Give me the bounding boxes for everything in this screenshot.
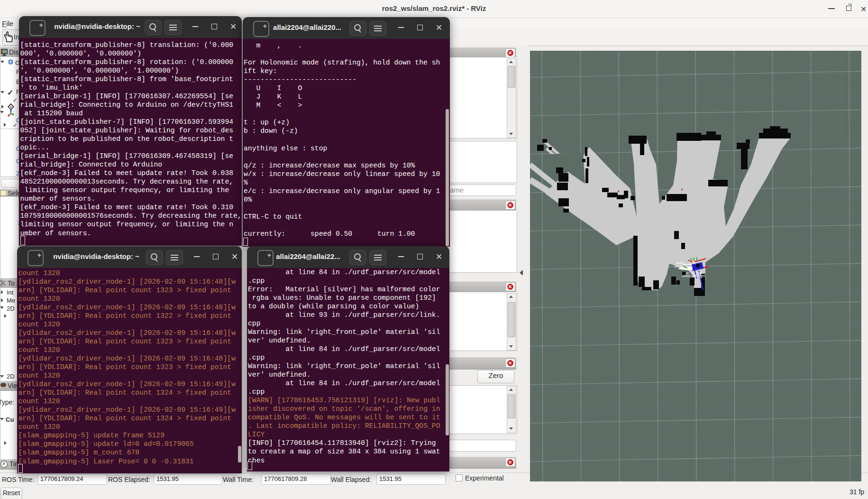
- svg-text:whoel: whoel: [674, 265, 683, 268]
- svg-text:wheel_rear_right: wheel_rear_right: [682, 274, 705, 278]
